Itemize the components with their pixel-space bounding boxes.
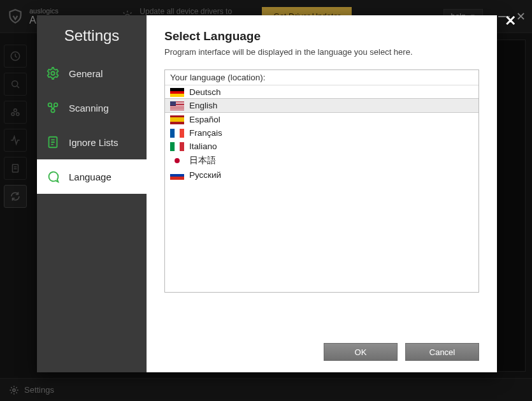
flag-es-icon xyxy=(170,115,184,124)
flag-it-icon xyxy=(170,142,184,151)
language-listbox: Your language (location): DeutschEnglish… xyxy=(164,69,479,293)
flag-en-icon xyxy=(170,101,184,110)
nav-label-scanning: Scanning xyxy=(69,103,109,113)
dialog-title: Settings xyxy=(37,27,147,45)
language-option-ru[interactable]: Русский xyxy=(165,168,478,182)
language-label: Русский xyxy=(189,170,221,180)
flag-de-icon xyxy=(170,88,184,97)
language-option-it[interactable]: Italiano xyxy=(165,140,478,153)
language-option-fr[interactable]: Français xyxy=(165,126,478,140)
language-option-jp[interactable]: 日本語 xyxy=(165,153,478,168)
language-label: English xyxy=(189,101,217,110)
language-label: Italiano xyxy=(189,142,217,151)
scan-icon xyxy=(46,101,60,115)
settings-dialog: Settings General Scanning Ignore Lists xyxy=(37,15,497,372)
list-icon xyxy=(46,135,60,149)
dialog-sidebar: Settings General Scanning Ignore Lists xyxy=(37,15,147,372)
dialog-main: Select Language Program interface will b… xyxy=(147,15,497,372)
nav-label-language: Language xyxy=(69,171,111,182)
language-label: Español xyxy=(189,115,220,124)
language-label: 日本語 xyxy=(189,155,216,166)
nav-label-ignore: Ignore Lists xyxy=(69,137,119,148)
dialog-header: Select Language xyxy=(164,29,479,43)
nav-item-general[interactable]: General xyxy=(37,56,147,91)
listbox-header: Your language (location): xyxy=(165,70,478,85)
dialog-close-button[interactable]: ✕ xyxy=(505,13,528,29)
nav-label-general: General xyxy=(69,68,103,79)
flag-fr-icon xyxy=(170,129,184,138)
gear-icon xyxy=(46,66,60,80)
language-option-es[interactable]: Español xyxy=(165,113,478,126)
nav-item-scanning[interactable]: Scanning xyxy=(37,91,147,125)
speech-icon xyxy=(46,170,60,184)
svg-point-8 xyxy=(51,71,55,75)
cancel-button[interactable]: Cancel xyxy=(405,343,479,361)
language-option-de[interactable]: Deutsch xyxy=(165,85,478,99)
flag-jp-icon xyxy=(170,156,184,165)
nav-item-language[interactable]: Language xyxy=(37,159,147,194)
language-label: Français xyxy=(189,128,222,138)
flag-ru-icon xyxy=(170,171,184,180)
dialog-subheader: Program interface will be displayed in t… xyxy=(164,47,479,57)
language-label: Deutsch xyxy=(189,87,221,97)
ok-button[interactable]: OK xyxy=(324,343,398,361)
language-option-en[interactable]: English xyxy=(165,98,478,113)
nav-item-ignore-lists[interactable]: Ignore Lists xyxy=(37,125,147,159)
